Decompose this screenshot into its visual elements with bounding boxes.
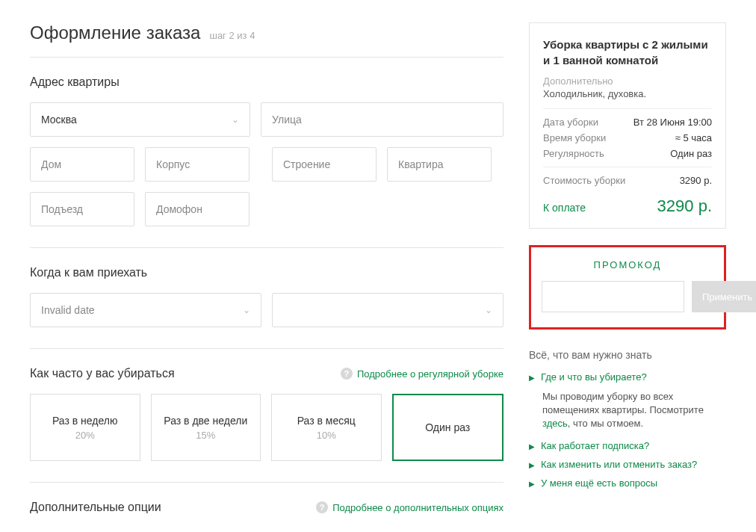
divider xyxy=(30,482,504,483)
summary-sub: Дополнительно xyxy=(543,75,712,87)
summary-extra: Холодильник, духовка. xyxy=(543,88,712,99)
summary-title: Уборка квартиры с 2 жилыми и 1 ванной ко… xyxy=(543,37,712,68)
freq-option-monthly[interactable]: Раз в месяц 10% xyxy=(271,394,382,461)
extras-help-link[interactable]: ? Подробнее о дополнительных опциях xyxy=(316,501,504,513)
address-title: Адрес квартиры xyxy=(30,75,504,89)
chevron-down-icon: ⌄ xyxy=(243,305,250,315)
street-input[interactable] xyxy=(261,102,504,137)
house-input[interactable] xyxy=(30,147,134,182)
divider xyxy=(543,108,712,109)
date-select[interactable]: Invalid date ⌄ xyxy=(30,293,261,327)
summary-row-cost: Стоимость уборки3290 р. xyxy=(543,175,712,186)
help-icon: ? xyxy=(341,368,353,380)
faq-q3[interactable]: Как изменить или отменить заказ? xyxy=(541,459,697,470)
summary-row-date: Дата уборкиВт 28 Июня 19:00 xyxy=(543,117,712,128)
promo-apply-button[interactable]: Применить xyxy=(692,281,756,312)
freq-option-biweekly[interactable]: Раз в две недели 15% xyxy=(151,394,261,461)
divider xyxy=(30,57,504,58)
promo-title: ПРОМОКОД xyxy=(542,259,713,270)
korpus-input[interactable] xyxy=(145,147,250,182)
promo-input[interactable] xyxy=(542,281,684,312)
divider xyxy=(30,247,504,248)
time-select[interactable]: ⌄ xyxy=(272,293,504,327)
order-summary: Уборка квартиры с 2 жилыми и 1 ванной ко… xyxy=(529,22,726,229)
freq-option-weekly[interactable]: Раз в неделю 20% xyxy=(30,394,140,461)
freq-help-link[interactable]: ? Подробнее о регулярной уборке xyxy=(341,368,504,380)
city-value: Москва xyxy=(41,114,77,126)
divider xyxy=(543,167,712,167)
podezd-input[interactable] xyxy=(30,192,134,226)
caret-right-icon: ▶ xyxy=(529,461,535,469)
summary-row-duration: Время уборки≈ 5 часа xyxy=(543,132,712,143)
date-value: Invalid date xyxy=(41,304,95,316)
city-select[interactable]: Москва ⌄ xyxy=(30,102,250,137)
domofon-input[interactable] xyxy=(145,192,250,226)
faq-q1[interactable]: Где и что вы убираете? xyxy=(541,371,647,383)
step-indicator: шаг 2 из 4 xyxy=(209,30,255,41)
divider xyxy=(30,348,504,349)
faq-a1: Мы проводим уборку во всех помещениях кв… xyxy=(542,390,726,431)
summary-row-regularity: РегулярностьОдин раз xyxy=(543,148,712,159)
when-title: Когда к вам приехать xyxy=(30,266,504,279)
promo-box: ПРОМОКОД Применить xyxy=(529,245,726,330)
chevron-down-icon: ⌄ xyxy=(485,305,492,315)
stroenie-input[interactable] xyxy=(272,147,377,182)
caret-right-icon: ▶ xyxy=(529,480,535,488)
chevron-down-icon: ⌄ xyxy=(232,114,239,125)
freq-option-once[interactable]: Один раз xyxy=(392,394,504,461)
kvartira-input[interactable] xyxy=(387,147,492,182)
caret-right-icon: ▶ xyxy=(529,374,535,382)
faq-title: Всё, что вам нужно знать xyxy=(529,349,726,361)
help-icon: ? xyxy=(316,501,328,513)
faq-q2[interactable]: Как работает подписка? xyxy=(541,440,649,451)
freq-title: Как часто у вас убираться xyxy=(30,367,175,380)
faq-here-link[interactable]: здесь xyxy=(542,418,568,429)
summary-row-pay: К оплате3290 р. xyxy=(543,197,712,216)
extras-title: Дополнительные опции xyxy=(30,501,161,514)
faq-q4[interactable]: У меня ещё есть вопросы xyxy=(541,477,657,489)
page-title: Оформление заказа xyxy=(30,22,200,43)
caret-right-icon: ▶ xyxy=(529,442,535,451)
